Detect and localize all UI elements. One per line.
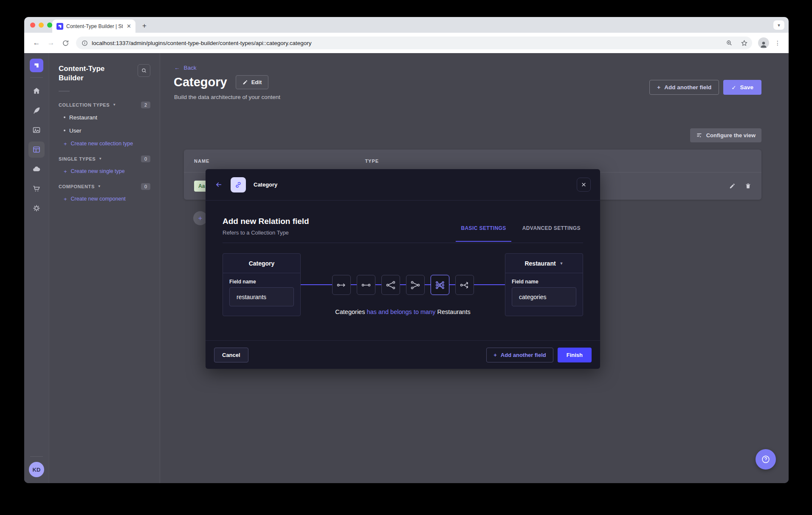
browser-tab[interactable]: Content-Type Builder | Strapi ✕ <box>52 20 135 33</box>
relation-one-way-icon[interactable] <box>332 275 351 295</box>
sidebar-item-label: User <box>69 127 82 134</box>
chevron-down-icon: ▼ <box>560 261 564 266</box>
browser-reload-icon[interactable] <box>59 37 72 49</box>
source-type-title: Category <box>223 254 300 273</box>
create-collection-type-link[interactable]: + Create new collection type <box>59 137 150 151</box>
add-another-field-button[interactable]: + Add another field <box>649 80 719 95</box>
source-field-label: Field name <box>229 279 294 285</box>
plus-icon: + <box>493 352 497 358</box>
back-link[interactable]: ← Back <box>174 65 197 71</box>
modal-title: Add new Relation field <box>223 217 309 226</box>
create-component-link[interactable]: + Create new component <box>59 192 150 207</box>
close-window-button[interactable] <box>30 23 35 28</box>
sidebar-item-label: Restaurant <box>69 114 97 121</box>
tab-title: Content-Type Builder | Strapi <box>66 23 123 29</box>
delete-row-trash-icon[interactable] <box>745 183 751 189</box>
content-type-builder-icon[interactable] <box>28 141 45 158</box>
relation-configurator: Category Field name <box>223 253 583 316</box>
chevron-down-icon: ▼ <box>113 103 116 107</box>
modal-back-arrow-icon[interactable] <box>215 181 223 189</box>
edit-label: Edit <box>251 79 262 85</box>
strapi-logo-icon[interactable] <box>30 59 43 72</box>
target-type-title: Restaurant <box>524 260 555 267</box>
cancel-button[interactable]: Cancel <box>214 348 248 362</box>
content-manager-feather-icon[interactable] <box>28 102 45 119</box>
browser-profile-avatar[interactable] <box>758 37 769 48</box>
source-field-name-input[interactable] <box>229 287 294 306</box>
relation-many-way-icon[interactable] <box>455 275 474 295</box>
browser-urlbar: ← → localhost:1337/admin/plugins/content… <box>24 33 789 53</box>
tab-advanced-settings[interactable]: ADVANCED SETTINGS <box>522 225 581 231</box>
pencil-icon <box>242 79 248 85</box>
address-bar[interactable]: localhost:1337/admin/plugins/content-typ… <box>76 37 752 49</box>
browser-menu-icon[interactable]: ⋮ <box>773 40 783 46</box>
settings-gear-icon[interactable] <box>28 200 45 216</box>
tab-close-icon[interactable]: ✕ <box>126 23 132 30</box>
nav-rail: KD <box>24 53 49 483</box>
edit-row-pencil-icon[interactable] <box>729 183 736 189</box>
ctb-sidebar: Content-Type Builder COLLECTION TYPES ▼ … <box>49 53 160 483</box>
relation-one-to-many-icon[interactable] <box>381 275 400 295</box>
target-type-select[interactable]: Restaurant ▼ <box>505 254 583 273</box>
nav-divider <box>30 456 43 457</box>
zoom-page-icon[interactable] <box>724 37 735 48</box>
plus-icon: + <box>657 84 660 91</box>
count-badge: 0 <box>141 183 150 190</box>
plus-icon: + <box>64 168 67 175</box>
new-tab-button[interactable]: + <box>139 20 150 31</box>
bookmark-star-icon[interactable] <box>739 37 750 48</box>
search-icon[interactable] <box>138 64 150 77</box>
media-library-icon[interactable] <box>28 122 45 138</box>
home-icon[interactable] <box>28 83 45 99</box>
help-button[interactable] <box>756 449 776 470</box>
section-collection-types[interactable]: COLLECTION TYPES ▼ 2 <box>59 102 150 108</box>
count-badge: 2 <box>141 102 150 108</box>
create-collection-type-label: Create new collection type <box>71 141 133 147</box>
modal-breadcrumb: Category <box>254 181 277 188</box>
modal-add-another-label: Add another field <box>501 352 546 358</box>
marketplace-cart-icon[interactable] <box>28 181 45 197</box>
sidebar-item-user[interactable]: User <box>59 124 150 137</box>
traffic-lights <box>30 23 52 28</box>
tab-basic-settings[interactable]: BASIC SETTINGS <box>461 225 506 231</box>
user-avatar[interactable]: KD <box>29 462 44 477</box>
finish-button[interactable]: Finish <box>558 348 592 362</box>
relation-many-to-one-icon[interactable] <box>406 275 425 295</box>
create-single-type-link[interactable]: + Create new single type <box>59 165 150 179</box>
site-info-icon[interactable] <box>82 40 88 46</box>
save-button[interactable]: ✓ Save <box>723 80 761 95</box>
modal-add-another-field-button[interactable]: + Add another field <box>486 348 553 362</box>
section-single-types[interactable]: SINGLE TYPES ▼ 0 <box>59 156 150 162</box>
sidebar-item-restaurant[interactable]: Restaurant <box>59 111 150 124</box>
target-type-box: Restaurant ▼ Field name <box>505 253 583 316</box>
page-subtitle: Build the data architecture of your cont… <box>174 94 280 100</box>
section-label: COLLECTION TYPES <box>59 102 110 108</box>
section-label: SINGLE TYPES <box>59 156 96 161</box>
section-components[interactable]: COMPONENTS ▼ 0 <box>59 183 150 190</box>
relation-one-to-one-icon[interactable] <box>357 275 375 295</box>
maximize-window-button[interactable] <box>47 23 52 28</box>
close-icon[interactable] <box>577 178 591 192</box>
bullet-icon <box>64 116 65 118</box>
configure-label: Configure the view <box>706 132 756 139</box>
cloud-icon[interactable] <box>28 161 45 177</box>
modal-body: Add new Relation field Refers to a Colle… <box>206 201 600 340</box>
target-field-name-input[interactable] <box>512 287 576 306</box>
source-type-box: Category Field name <box>223 253 301 316</box>
sidebar-divider <box>59 91 70 91</box>
tab-search-chevron-icon[interactable]: ▾ <box>773 20 784 30</box>
edit-button[interactable]: Edit <box>236 75 269 89</box>
sidebar-title: Content-Type Builder <box>59 64 118 83</box>
plus-icon: + <box>64 141 67 147</box>
modal-subtitle: Refers to a Collection Type <box>223 229 309 236</box>
minimize-window-button[interactable] <box>39 23 44 28</box>
add-relation-modal: Category Add new Relation field Refers t… <box>206 169 600 369</box>
strapi-favicon-icon <box>56 23 63 30</box>
check-icon: ✓ <box>731 84 736 91</box>
configure-view-button[interactable]: Configure the view <box>690 128 761 142</box>
browser-back-icon[interactable]: ← <box>30 37 43 49</box>
add-field-label: Add another field <box>664 84 711 91</box>
relation-link-icon <box>231 177 246 192</box>
browser-forward-icon[interactable]: → <box>45 37 57 49</box>
relation-many-to-many-icon[interactable] <box>431 275 449 295</box>
